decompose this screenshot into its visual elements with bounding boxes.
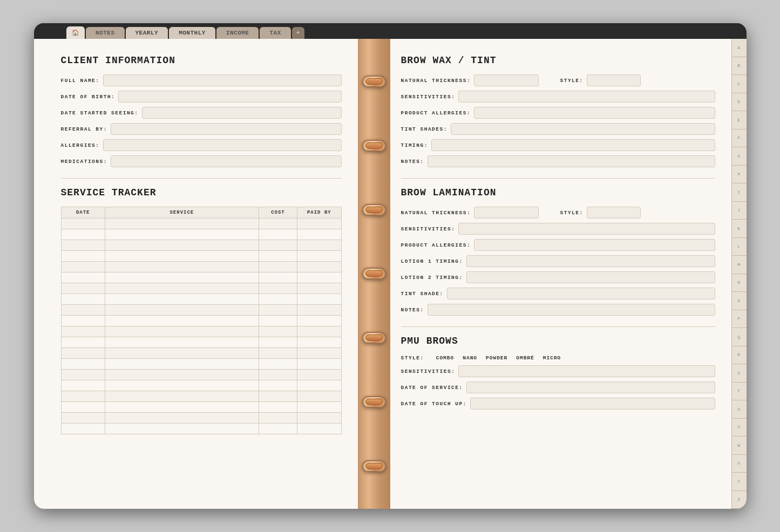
index-tab-i[interactable]: I <box>732 183 747 202</box>
pmu-dos-input[interactable] <box>466 381 715 393</box>
index-tab-k[interactable]: K <box>732 220 747 238</box>
tab-notes[interactable]: NOTES <box>86 27 125 39</box>
medications-row: MEDICATIONS: <box>61 155 342 167</box>
index-tab-s[interactable]: S <box>732 364 747 383</box>
table-row <box>61 272 341 283</box>
tab-monthly[interactable]: MONTHLY <box>169 27 215 39</box>
bw-notes-input[interactable] <box>428 155 715 167</box>
index-tab-b[interactable]: B <box>732 57 747 76</box>
table-row <box>61 326 341 337</box>
ring-1 <box>362 76 386 87</box>
table-row <box>61 359 341 370</box>
pmu-ombre-option[interactable]: OMBRÉ <box>516 355 534 361</box>
index-tab-e[interactable]: E <box>732 111 747 129</box>
bw-timing-row: TIMING: <box>401 139 715 151</box>
index-tab-p[interactable]: P <box>732 310 747 329</box>
index-tab-c[interactable]: C <box>732 75 747 93</box>
pmu-touch-row: DATE OF TOUCH UP: <box>401 398 715 410</box>
table-row <box>61 305 341 316</box>
bl-allergies-label: PRODUCT ALLERGIES: <box>401 242 471 248</box>
table-row <box>61 424 341 434</box>
tabs-bar: 🏠 NOTES YEARLY MONTHLY INCOME TAX + <box>34 23 747 39</box>
index-tab-z[interactable]: Z <box>732 491 747 509</box>
bl-notes-row: NOTES: <box>401 304 715 316</box>
bl-tint-label: TINT SHADE: <box>401 291 444 297</box>
bl-tint-row: TINT SHADE: <box>401 288 715 299</box>
ring-2 <box>362 140 386 152</box>
bl-tint-input[interactable] <box>447 288 715 299</box>
index-tab-a[interactable]: A <box>732 39 747 57</box>
index-tab-q[interactable]: Q <box>732 328 747 346</box>
col-paid-by: PAID BY <box>297 207 341 219</box>
bl-lotion1-input[interactable] <box>466 255 715 267</box>
pmu-dos-row: DATE OF SERVICE: <box>401 381 715 393</box>
bl-style-part: STYLE: <box>560 207 715 219</box>
medications-label: MEDICATIONS: <box>61 159 107 165</box>
index-tab-n[interactable]: N <box>732 274 747 292</box>
date-started-label: DATE STARTED SEEING: <box>61 110 139 116</box>
bl-style-input[interactable] <box>587 207 641 219</box>
bw-thickness-label: NATURAL THICKNESS: <box>401 78 471 84</box>
pmu-brows-title: PMU BROWS <box>401 336 715 346</box>
date-started-input[interactable] <box>142 107 342 119</box>
table-row <box>61 348 341 359</box>
index-tab-y[interactable]: Y <box>732 473 747 491</box>
pmu-touch-label: DATE OF TOUCH UP: <box>401 401 467 407</box>
bw-timing-input[interactable] <box>431 139 715 151</box>
referral-input[interactable] <box>111 123 342 135</box>
pmu-combo-option[interactable]: COMBO <box>436 355 455 361</box>
bl-lotion2-input[interactable] <box>466 271 715 283</box>
index-tab-h[interactable]: H <box>732 166 747 184</box>
bw-timing-label: TIMING: <box>401 142 428 148</box>
bw-style-input[interactable] <box>587 74 641 86</box>
index-tab-l[interactable]: L <box>732 238 747 256</box>
pmu-sens-input[interactable] <box>458 365 715 377</box>
bw-allergies-input[interactable] <box>474 107 715 119</box>
bw-thickness-input[interactable] <box>474 74 539 86</box>
ring-7 <box>362 460 386 472</box>
bl-notes-input[interactable] <box>428 304 715 316</box>
index-tab-t[interactable]: T <box>732 383 747 401</box>
table-row <box>61 380 341 391</box>
tab-yearly[interactable]: YEARLY <box>126 27 168 39</box>
bl-sens-input[interactable] <box>458 223 715 235</box>
dob-input[interactable] <box>118 91 341 103</box>
pmu-powder-option[interactable]: POWDER <box>486 355 507 361</box>
pmu-nano-option[interactable]: NANO <box>463 355 477 361</box>
index-tab-j[interactable]: J <box>732 202 747 220</box>
tab-income[interactable]: INCOME <box>216 27 259 39</box>
tab-home[interactable]: 🏠 <box>66 26 85 39</box>
bl-thickness-style-row: NATURAL THICKNESS: STYLE: <box>401 207 715 219</box>
index-tab-x[interactable]: X <box>732 455 747 473</box>
pmu-touch-input[interactable] <box>470 398 715 410</box>
bl-allergies-input[interactable] <box>474 239 715 251</box>
table-row <box>61 337 341 348</box>
index-tab-o[interactable]: O <box>732 292 747 310</box>
index-tabs: A B C D E F G H I J K L M N O P Q R S T … <box>731 39 747 509</box>
bl-sens-label: SENSITIVITIES: <box>401 226 456 232</box>
brow-lam-title: BROW LAMINATION <box>401 187 715 198</box>
bl-thickness-input[interactable] <box>474 207 539 219</box>
bw-tint-input[interactable] <box>451 123 715 135</box>
full-name-input[interactable] <box>103 74 342 86</box>
index-tab-f[interactable]: F <box>732 129 747 148</box>
bw-notes-row: NOTES: <box>401 155 715 167</box>
index-tab-r[interactable]: R <box>732 346 747 365</box>
index-tab-g[interactable]: G <box>732 147 747 166</box>
table-row <box>61 240 341 251</box>
bw-sensitivities-input[interactable] <box>458 91 715 103</box>
allergies-row: ALLERGIES: <box>61 139 342 151</box>
medications-input[interactable] <box>111 155 342 167</box>
index-tab-v[interactable]: V <box>732 419 747 437</box>
brow-wax-title: BROW WAX / TINT <box>401 55 715 66</box>
tab-tax[interactable]: TAX <box>260 27 290 39</box>
right-page: BROW WAX / TINT NATURAL THICKNESS: STYLE… <box>390 39 731 509</box>
index-tab-d[interactable]: D <box>732 93 747 112</box>
index-tab-u[interactable]: U <box>732 400 747 419</box>
pmu-micro-option[interactable]: MICRO <box>543 355 561 361</box>
index-tab-m[interactable]: M <box>732 256 747 274</box>
allergies-input[interactable] <box>103 139 342 151</box>
index-tab-w[interactable]: W <box>732 436 747 455</box>
tab-add[interactable]: + <box>292 27 304 39</box>
table-row <box>61 262 341 272</box>
